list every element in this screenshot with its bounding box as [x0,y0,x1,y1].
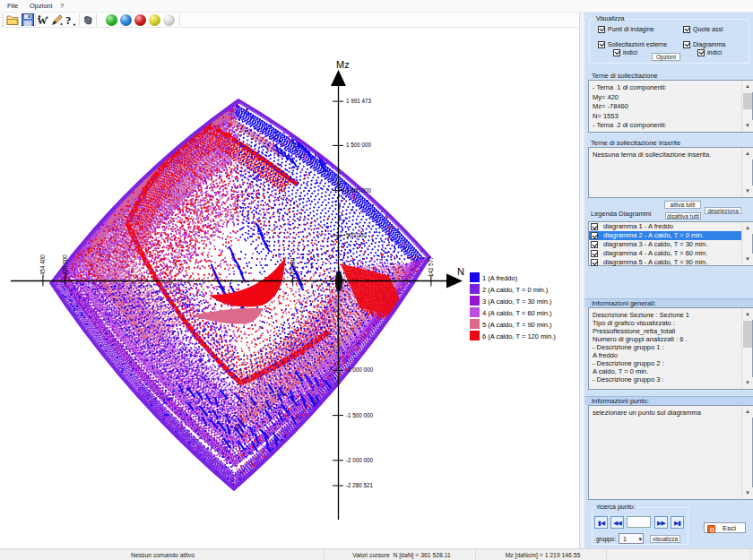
svg-text:-2 000 000: -2 000 000 [346,457,374,463]
svg-text:Mz: Mz [336,59,350,70]
svg-text:4 (A caldo, T = 60 min.): 4 (A caldo, T = 60 min.) [482,309,552,317]
svg-text:6 (A caldo, T = 120 min.): 6 (A caldo, T = 120 min.) [482,332,556,340]
svg-text:3 (A caldo, T = 30 min.): 3 (A caldo, T = 30 min.) [482,297,552,306]
svg-text:-420 000: -420 000 [62,254,68,277]
svg-text:-454 400: -454 400 [39,254,46,277]
svg-text:1 000 000: 1 000 000 [346,187,372,194]
svg-text:142 577: 142 577 [428,256,434,277]
svg-text:?: ? [65,14,71,26]
svg-text:N: N [457,266,464,277]
svg-text:-1 500 000: -1 500 000 [346,412,374,418]
svg-text:-1 000 000: -1 000 000 [346,366,374,373]
svg-text:1 991 473: 1 991 473 [346,98,372,104]
svg-text:2 (A caldo, T = 0 min.): 2 (A caldo, T = 0 min.) [482,286,549,294]
svg-text:1 500 000: 1 500 000 [346,142,372,148]
svg-text:-2 280 521: -2 280 521 [346,482,374,488]
svg-text:500 000: 500 000 [346,232,367,238]
svg-text:1 (A freddo): 1 (A freddo) [482,274,518,282]
svg-text:-70 000: -70 000 [290,257,296,277]
svg-text:5 (A caldo, T = 90 min.): 5 (A caldo, T = 90 min.) [482,321,552,329]
